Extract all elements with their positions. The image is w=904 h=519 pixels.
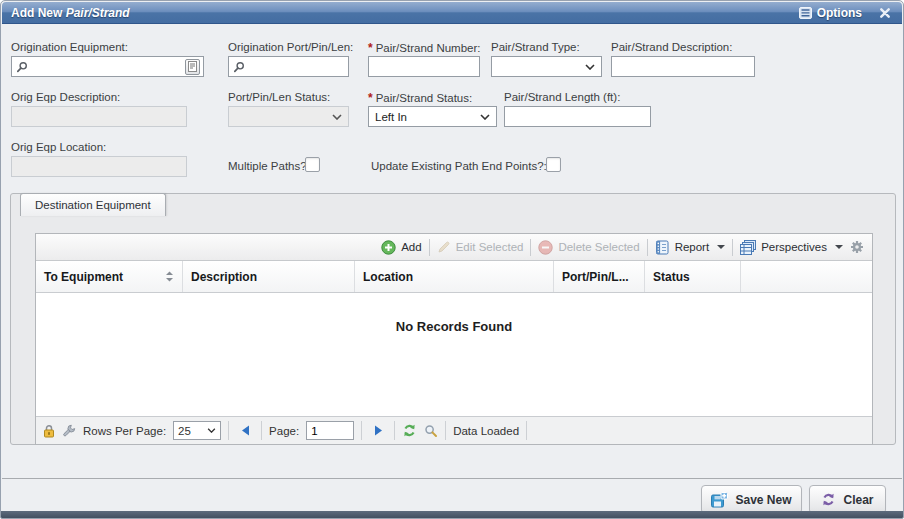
report-label: Report: [675, 241, 710, 253]
options-button[interactable]: Options: [799, 6, 862, 20]
pair-strand-status-label-text: Pair/Strand Status:: [376, 92, 473, 104]
lock-button[interactable]: [43, 424, 55, 438]
add-new-pair-strand-dialog: Add New Pair/Strand Options Origination …: [0, 0, 904, 519]
save-new-button[interactable]: Save New: [701, 485, 802, 514]
close-button[interactable]: [880, 8, 890, 18]
sort-icon: [165, 271, 174, 282]
page-number-input[interactable]: [306, 421, 354, 440]
orig-eqp-description-input: [11, 106, 187, 127]
rows-per-page-label: Rows Per Page:: [83, 425, 166, 437]
pager-separator: [394, 421, 395, 440]
refresh-button[interactable]: [402, 423, 417, 438]
perspectives-layers-icon: [740, 240, 756, 255]
orig-eqp-location-input: [11, 156, 187, 177]
column-header-to-equipment[interactable]: To Equipment: [36, 261, 183, 292]
edit-selected-button[interactable]: Edit Selected: [437, 240, 524, 254]
search-icon: [424, 424, 438, 438]
toolbar-separator: [429, 239, 430, 256]
page-label: Page:: [269, 425, 299, 437]
next-page-button[interactable]: [369, 421, 387, 441]
pager-separator: [526, 421, 527, 440]
port-pin-len-status-label: Port/Pin/Len Status:: [228, 91, 330, 103]
grid-toolbar: Add Edit Selected Delete Selected Report: [36, 234, 872, 261]
refresh-icon: [402, 423, 417, 438]
grid-search-button[interactable]: [424, 424, 438, 438]
pair-strand-type-label: Pair/Strand Type:: [491, 41, 580, 53]
report-button[interactable]: Report: [655, 240, 726, 255]
pair-strand-length-input[interactable]: [504, 106, 651, 127]
pager-separator: [261, 421, 262, 440]
origination-equipment-label: Origination Equipment:: [11, 41, 128, 53]
origination-equipment-input[interactable]: [31, 57, 182, 76]
pair-strand-status-select[interactable]: Left In: [368, 106, 497, 127]
caret-down-icon: [717, 245, 725, 249]
add-plus-icon: [381, 240, 396, 255]
edit-selected-label: Edit Selected: [456, 241, 524, 253]
grid-settings-button[interactable]: [850, 240, 864, 254]
orig-eqp-description-label: Orig Eqp Description:: [11, 91, 120, 103]
destination-equipment-panel: Destination Equipment Add Edit Selected …: [10, 193, 896, 445]
column-tools-button[interactable]: [62, 424, 76, 438]
pair-strand-description-input[interactable]: [611, 56, 755, 77]
rows-per-page-select[interactable]: 25: [173, 421, 221, 440]
clear-label: Clear: [843, 493, 873, 507]
destination-equipment-grid: Add Edit Selected Delete Selected Report: [35, 233, 873, 445]
column-header-label: Port/Pin/L...: [562, 270, 629, 284]
column-header-port-pin-len[interactable]: Port/Pin/L...: [554, 261, 645, 292]
title-emphasis-text: Pair/Strand: [66, 6, 130, 20]
grid-header-row: To Equipment Description Location Port/P…: [36, 261, 872, 293]
column-header-label: To Equipment: [44, 270, 123, 284]
options-list-icon: [799, 7, 812, 19]
column-header-location[interactable]: Location: [355, 261, 554, 292]
dialog-title: Add New Pair/Strand: [11, 6, 130, 20]
clear-button[interactable]: Clear: [809, 485, 886, 514]
pair-strand-number-label-text: Pair/Strand Number:: [376, 42, 481, 54]
add-label: Add: [401, 241, 421, 253]
pager-separator: [445, 421, 446, 440]
previous-page-button[interactable]: [236, 421, 254, 441]
chevron-down-icon: [585, 64, 595, 70]
column-header-description[interactable]: Description: [183, 261, 355, 292]
no-records-message: No Records Found: [36, 319, 872, 334]
tab-destination-equipment[interactable]: Destination Equipment: [20, 193, 166, 216]
perspectives-button[interactable]: Perspectives: [740, 240, 843, 255]
multiple-paths-checkbox[interactable]: [305, 157, 320, 172]
column-header-status[interactable]: Status: [645, 261, 741, 292]
column-header-label: Description: [191, 270, 257, 284]
grid-body: No Records Found: [36, 293, 872, 416]
pager-separator: [228, 421, 229, 440]
pair-strand-number-input[interactable]: [368, 56, 480, 77]
delete-minus-icon: [538, 240, 553, 255]
required-marker: *: [368, 41, 373, 55]
pair-strand-type-select[interactable]: [491, 56, 602, 77]
column-header-label: Location: [363, 270, 413, 284]
required-marker: *: [368, 91, 373, 105]
tab-label: Destination Equipment: [35, 199, 151, 211]
pair-strand-status-value: Left In: [375, 111, 407, 123]
toolbar-separator: [647, 239, 648, 256]
origination-equipment-field[interactable]: [11, 56, 204, 77]
orig-eqp-location-label: Orig Eqp Location:: [11, 141, 106, 153]
column-header-empty: [741, 261, 872, 292]
pair-strand-status-label: *Pair/Strand Status:: [368, 91, 472, 105]
add-button[interactable]: Add: [381, 240, 421, 255]
footer-divider: [2, 478, 902, 479]
update-existing-endpoints-checkbox[interactable]: [546, 157, 561, 172]
origination-port-label: Origination Port/Pin/Len:: [228, 41, 353, 53]
origination-port-field[interactable]: [228, 56, 349, 77]
origination-port-input[interactable]: [248, 57, 345, 76]
save-disk-plus-icon: [711, 492, 728, 508]
search-icon: [16, 61, 28, 73]
dialog-titlebar: Add New Pair/Strand Options: [2, 2, 902, 24]
save-new-label: Save New: [735, 493, 791, 507]
arrow-right-icon: [374, 425, 383, 436]
toolbar-separator: [530, 239, 531, 256]
arrow-left-icon: [241, 425, 250, 436]
delete-selected-button[interactable]: Delete Selected: [538, 240, 639, 255]
column-header-label: Status: [653, 270, 690, 284]
options-label: Options: [817, 6, 862, 20]
grid-pager: Rows Per Page: 25 Page:: [36, 416, 872, 444]
origination-equipment-picker-button[interactable]: [185, 59, 200, 75]
report-notebook-icon: [655, 240, 670, 255]
perspectives-label: Perspectives: [761, 241, 827, 253]
